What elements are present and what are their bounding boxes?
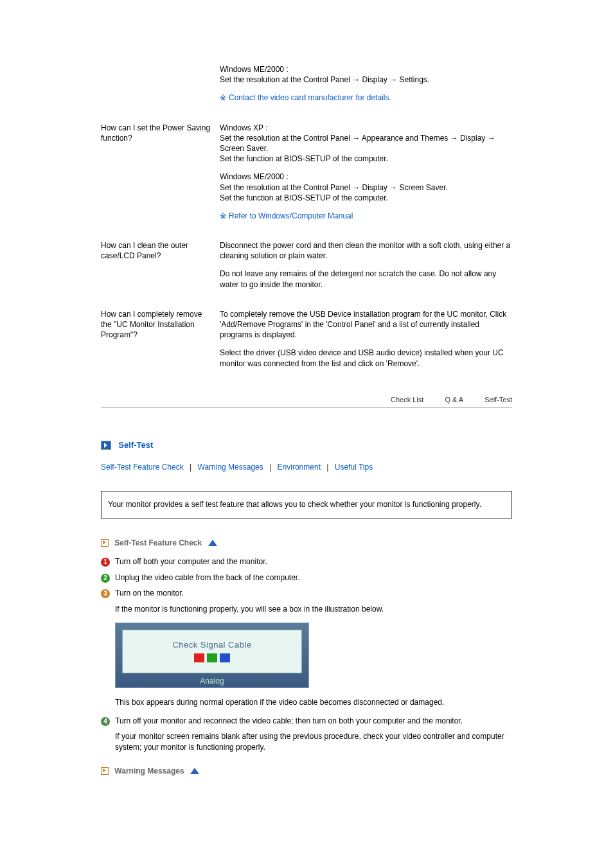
text: Windows ME/2000 :	[220, 172, 289, 181]
arrow-box-icon	[101, 441, 111, 450]
page-content: Windows ME/2000 : Set the resolution at …	[101, 0, 512, 849]
signal-inner: Check Signal Cable	[122, 630, 302, 673]
qa-row: Windows ME/2000 : Set the resolution at …	[101, 64, 512, 111]
qa-answer: Windows XP : Set the resolution at the C…	[220, 123, 512, 229]
separator: |	[190, 463, 191, 472]
section-title: Self-Test	[101, 440, 512, 450]
arrow-box-icon	[101, 767, 109, 775]
text: Select the driver (USB video device and …	[220, 348, 512, 368]
step-3-note: If the monitor is functioning properly, …	[115, 604, 512, 615]
step-text: Turn off your monitor and reconnect the …	[115, 716, 512, 727]
note-icon: ※	[220, 93, 226, 102]
note-icon: ※	[220, 211, 226, 220]
text: Windows ME/2000 :	[220, 65, 289, 74]
qa-answer: Windows ME/2000 : Set the resolution at …	[220, 64, 512, 111]
text: Set the function at BIOS-SETUP of the co…	[220, 154, 388, 163]
back-to-top-icon[interactable]	[208, 540, 217, 546]
text: Set the function at BIOS-SETUP of the co…	[220, 193, 388, 202]
signal-mode: Analog	[116, 677, 308, 686]
intro-box: Your monitor provides a self test featur…	[101, 491, 512, 518]
qa-row: How can I completely remove the "UC Moni…	[101, 309, 512, 376]
text: Set the resolution at the Control Panel …	[220, 183, 448, 192]
section-tabs: Check List Q & A Self-Test	[101, 396, 512, 408]
qa-answer: To completely remove the USB Device inst…	[220, 309, 512, 376]
number-badge-2-icon: 2	[101, 574, 110, 583]
section-title-text: Self-Test	[118, 440, 153, 450]
qa-row: How can I clean the outer case/LCD Panel…	[101, 240, 512, 297]
note-text: Refer to Windows/Computer Manual	[229, 211, 353, 220]
subhead-text: Self-Test Feature Check	[114, 538, 202, 547]
text: Set the resolution at the Control Panel …	[220, 75, 429, 84]
arrow-box-icon	[101, 539, 109, 547]
qa-row: How can I set the Power Saving function?…	[101, 123, 512, 229]
tab-check-list[interactable]: Check List	[391, 396, 423, 403]
text: Windows XP :	[220, 123, 267, 132]
link-environment[interactable]: Environment	[278, 463, 321, 472]
step-1: 1 Turn off both your computer and the mo…	[101, 556, 512, 567]
svg-marker-1	[190, 768, 199, 774]
step-3: 3 Turn on the monitor.	[101, 588, 512, 599]
text: Do not leave any remains of the detergen…	[220, 269, 512, 289]
number-badge-3-icon: 3	[101, 589, 110, 598]
qa-question	[101, 64, 220, 111]
svg-marker-0	[208, 540, 217, 546]
red-square-icon	[194, 653, 204, 662]
number-badge-4-icon: 4	[101, 717, 110, 726]
step-text: Turn on the monitor.	[115, 588, 512, 599]
anchor-links: Self-Test Feature Check | Warning Messag…	[101, 463, 512, 472]
step-4-note: If your monitor screen remains blank aft…	[115, 731, 512, 753]
signal-color-squares	[194, 653, 230, 662]
subhead-text: Warning Messages	[114, 766, 184, 775]
step-text: Turn off both your computer and the moni…	[115, 556, 512, 567]
green-square-icon	[207, 653, 217, 662]
subhead-warning-messages: Warning Messages	[101, 766, 512, 775]
step-text: Unplug the video cable from the back of …	[115, 572, 512, 583]
signal-cable-illustration: Check Signal Cable Analog	[115, 623, 309, 688]
link-self-test-feature-check[interactable]: Self-Test Feature Check	[101, 463, 184, 472]
note-text: Contact the video card manufacturer for …	[229, 93, 391, 102]
signal-title: Check Signal Cable	[172, 640, 251, 650]
step-3-after: This box appears during normal operation…	[115, 697, 512, 708]
qa-question: How can I clean the outer case/LCD Panel…	[101, 240, 220, 297]
qa-question: How can I completely remove the "UC Moni…	[101, 309, 220, 376]
link-useful-tips[interactable]: Useful Tips	[335, 463, 373, 472]
back-to-top-icon[interactable]	[190, 768, 199, 774]
tab-self-test[interactable]: Self-Test	[484, 396, 512, 403]
blue-square-icon	[220, 653, 230, 662]
step-4: 4 Turn off your monitor and reconnect th…	[101, 716, 512, 727]
separator: |	[326, 463, 328, 472]
subhead-self-test-feature-check: Self-Test Feature Check	[101, 538, 512, 547]
text: Disconnect the power cord and then clean…	[220, 240, 512, 261]
step-2: 2 Unplug the video cable from the back o…	[101, 572, 512, 583]
link-warning-messages[interactable]: Warning Messages	[198, 463, 263, 472]
text: Set the resolution at the Control Panel …	[220, 134, 495, 153]
qa-answer: Disconnect the power cord and then clean…	[220, 240, 512, 297]
separator: |	[269, 463, 271, 472]
tab-qa[interactable]: Q & A	[445, 396, 463, 403]
text: To completely remove the USB Device inst…	[220, 309, 512, 341]
number-badge-1-icon: 1	[101, 558, 110, 567]
qa-question: How can I set the Power Saving function?	[101, 123, 220, 229]
